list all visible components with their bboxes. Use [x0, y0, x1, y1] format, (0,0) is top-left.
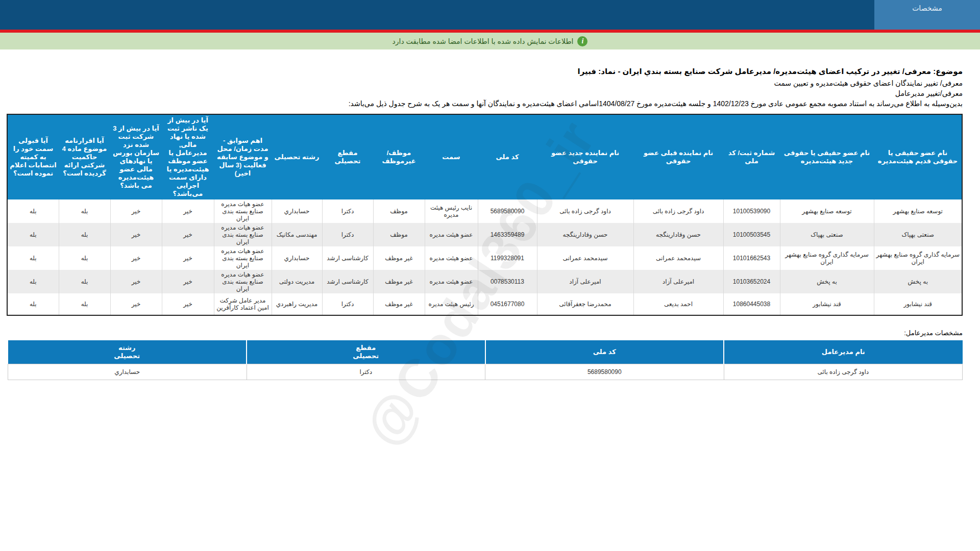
board-table-cell: سرمایه گذاری گروه صنایع بهشهر ایران — [780, 246, 874, 270]
board-table-cell: بله — [7, 246, 59, 270]
board-table-cell: خیر — [162, 199, 214, 223]
ceo-field-cell: حسابداري — [8, 364, 247, 380]
board-table-cell: 0451677080 — [478, 293, 537, 315]
board-table-cell: بله — [59, 293, 110, 315]
ceo-section-label: مشخصات مدیرعامل: — [8, 329, 963, 337]
board-table-header: آیا در بیش از 3 شرکت ثبت شده نزد سازمان … — [110, 114, 162, 199]
board-table-cell: موظف — [373, 223, 425, 246]
board-table-row: سرمایه گذاری گروه صنایع بهشهر ایرانسرمای… — [7, 246, 962, 270]
board-members-table: نام عضو حقیقی یا حقوقی قدیم هیئت‌مدیرهنا… — [7, 114, 963, 316]
board-table-cell: توسعه صنایع بهشهر — [780, 199, 874, 223]
board-table-cell: بله — [59, 270, 110, 293]
board-table-cell: امیرعلی آزاد — [537, 270, 633, 293]
board-table-header: کد ملی — [478, 114, 537, 199]
announcement-line4: بدین‌وسیله به اطلاع می‌رساند به استناد م… — [8, 98, 963, 109]
board-table-cell: 1199328091 — [478, 246, 537, 270]
board-table-cell: توسعه صنایع بهشهر — [874, 199, 962, 223]
board-table-cell: دکترا — [322, 199, 373, 223]
board-table-cell: حسابداري — [272, 246, 322, 270]
announcement-line3: معرفی/تغییر مدیرعامل — [8, 88, 963, 98]
board-table-cell: صنعتی بهپاک — [780, 223, 874, 246]
board-table-cell: داود گرجی زاده بائی — [633, 199, 723, 223]
signature-match-alert: i اطلاعات نمایش داده شده با اطلاعات امضا… — [0, 33, 980, 49]
board-table-header: نام عضو حقیقی یا حقوقی جدید هیئت‌مدیره — [780, 114, 874, 199]
board-table-cell: قند نیشابور — [874, 293, 962, 315]
board-table-cell: دکترا — [322, 293, 373, 315]
board-table-cell: عضو هیات مدیره صنایع بسته بندی ایران — [214, 223, 272, 246]
board-table-cell: خیر — [162, 270, 214, 293]
board-table-cell: بله — [59, 223, 110, 246]
board-table-cell: نایب رئیس هیئت مدیره — [425, 199, 478, 223]
ceo-national-id-cell: 5689580090 — [485, 364, 724, 380]
board-table-cell: مدیریت راهبردي — [272, 293, 322, 315]
ceo-degree-cell: دکترا — [247, 364, 485, 380]
tab-specifications[interactable]: مشخصات — [874, 0, 980, 30]
board-table-cell: حسن وفادارینگجه — [633, 223, 723, 246]
board-table-cell: 10100503545 — [723, 223, 780, 246]
board-table-cell: عضو هیات مدیره صنایع بسته بندی ایران — [214, 270, 272, 293]
board-table-cell: خیر — [110, 246, 162, 270]
board-table-cell: خیر — [162, 223, 214, 246]
board-table-cell: بله — [59, 246, 110, 270]
board-table-header: نام عضو حقیقی یا حقوقی قدیم هیئت‌مدیره — [874, 114, 962, 199]
board-table-cell: 10100539090 — [723, 199, 780, 223]
board-table-header: رشته تحصیلی — [272, 114, 322, 199]
ceo-table-header-row: نام مدیرعامل کد ملی مقطع تحصیلی رشته تحص… — [8, 340, 963, 364]
board-table-cell: 10101662543 — [723, 246, 780, 270]
board-table-cell: بله — [7, 293, 59, 315]
board-table-cell: مهندسی مکانیک — [272, 223, 322, 246]
board-table-cell: محمدرضا جعفرآقائی — [537, 293, 633, 315]
board-table-cell: خیر — [110, 293, 162, 315]
ceo-table-row: داود گرجی زاده بائی 5689580090 دکترا حسا… — [8, 364, 963, 380]
board-table-cell: بله — [59, 199, 110, 223]
main-content: موضوع: معرفی/ تغییر در ترکیب اعضای هیئت‌… — [8, 66, 963, 380]
board-table-cell: بله — [7, 223, 59, 246]
board-table-cell: بله — [7, 270, 59, 293]
board-table-cell: موظف — [373, 199, 425, 223]
board-table-row: صنعتی بهپاکصنعتی بهپاک10100503545حسن وفا… — [7, 223, 962, 246]
board-table-header: نام نماینده جدید عضو حقوقی — [537, 114, 633, 199]
board-table-cell: به پخش — [874, 270, 962, 293]
board-table-header: مقطع تحصیلی — [322, 114, 373, 199]
board-table-cell: داود گرجی زاده بائی — [537, 199, 633, 223]
board-table-cell: حسابداري — [272, 199, 322, 223]
board-table-cell: سیدمحمد عمرانی — [537, 246, 633, 270]
board-table-cell: 0078530113 — [478, 270, 537, 293]
signature-match-alert-text: اطلاعات نمایش داده شده با اطلاعات امضا ش… — [393, 37, 574, 45]
tab-specifications-label: مشخصات — [912, 4, 942, 12]
board-table-cell: حسن وفادارینگجه — [537, 223, 633, 246]
board-table-cell: مدیریت دولتی — [272, 270, 322, 293]
ceo-national-id-header: کد ملی — [485, 340, 724, 364]
board-table-cell: خیر — [162, 246, 214, 270]
board-table-cell: مدیر عامل شرکت امین اعتماد کارآفرین — [214, 293, 272, 315]
board-table-cell: عضو هیئت مدیره — [425, 270, 478, 293]
board-table-cell: 10860445038 — [723, 293, 780, 315]
board-table-cell: خیر — [162, 293, 214, 315]
board-table-cell: دکترا — [322, 223, 373, 246]
board-table-header: آیا در بیش از یک ناشر ثبت شده یا نهاد ما… — [162, 114, 214, 199]
board-table-header: موظف/ غیرموظف — [373, 114, 425, 199]
board-table-cell: احمد بدیعی — [633, 293, 723, 315]
board-table-cell: 1463359489 — [478, 223, 537, 246]
ceo-name-cell: داود گرجی زاده بائی — [724, 364, 963, 380]
board-table-cell: عضو هیات مدیره صنایع بسته بندی ایران — [214, 199, 272, 223]
codal-disclosure-page: { "header": { "tab_label": "مشخصات" }, "… — [0, 0, 980, 551]
board-table-cell: خیر — [110, 223, 162, 246]
announcement-intro: موضوع: معرفی/ تغییر در ترکیب اعضای هیئت‌… — [8, 66, 963, 109]
top-navigation-bar: مشخصات — [0, 0, 980, 30]
board-table-header-row: نام عضو حقیقی یا حقوقی قدیم هیئت‌مدیرهنا… — [7, 114, 962, 199]
board-table-cell: بله — [7, 199, 59, 223]
board-table-cell: خیر — [110, 199, 162, 223]
board-table-cell: غیر موظف — [373, 246, 425, 270]
board-table-cell: صنعتی بهپاک — [874, 223, 962, 246]
board-table-cell: کارشناسی ارشد — [322, 246, 373, 270]
board-table-cell: 10103652024 — [723, 270, 780, 293]
board-table-cell: 5689580090 — [478, 199, 537, 223]
board-table-cell: خیر — [110, 270, 162, 293]
board-table-cell: سرمایه گذاری گروه صنایع بهشهر ایران — [874, 246, 962, 270]
board-table-header: اهم سوابق - مدت زمان/ محل و موضوع سابقه … — [214, 114, 272, 199]
board-table-header: سمت — [425, 114, 478, 199]
board-table-row: به پخشبه پخش10103652024امیرعلی آزادامیرع… — [7, 270, 962, 293]
board-table-cell: سیدمحمد عمرانی — [633, 246, 723, 270]
info-icon: i — [577, 36, 587, 46]
